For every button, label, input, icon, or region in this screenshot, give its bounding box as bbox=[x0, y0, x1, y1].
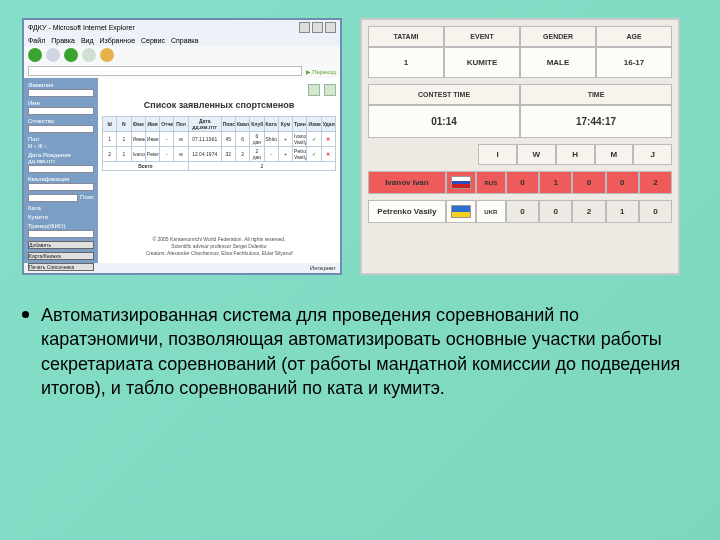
form-sidebar: Фамилия Имя Отчество Пол М ○ Ж ○ Дата Ро… bbox=[24, 78, 98, 263]
belt-input bbox=[28, 194, 78, 202]
athlete-name: Petrenko Vasily bbox=[368, 200, 446, 223]
maximize-icon bbox=[312, 22, 323, 33]
field-label: Тренер(ФИО) bbox=[28, 223, 94, 229]
athlete-name: Ivanov Ivan bbox=[368, 171, 446, 194]
lastname-input bbox=[28, 89, 94, 97]
gender-f: Ж bbox=[38, 143, 43, 149]
delete-icon: ✕ bbox=[321, 147, 335, 162]
edit-icon: ✓ bbox=[307, 147, 321, 162]
field-label: Пояс bbox=[80, 194, 94, 202]
print-page-icon bbox=[324, 84, 336, 96]
delete-icon: ✕ bbox=[321, 132, 335, 147]
card-button: Карта/Книжка bbox=[28, 252, 94, 260]
window-titlebar: ФДКУ - Microsoft Internet Explorer bbox=[24, 20, 340, 35]
fav-icon bbox=[100, 48, 114, 62]
field-label: Ката bbox=[28, 205, 94, 211]
home-icon bbox=[82, 48, 96, 62]
table-row: 21IvanovPeter-м12.04.19743222 дан-+Petro… bbox=[103, 147, 336, 162]
menu-item: Файл bbox=[28, 37, 45, 44]
page-footer: © 2005 Karatenomichi World Federation. A… bbox=[102, 236, 336, 257]
athlete-row-red: Ivanov Ivan RUS 0 1 0 0 2 bbox=[368, 171, 672, 194]
middlename-input bbox=[28, 125, 94, 133]
go-icon: ▶ Переход bbox=[306, 68, 337, 75]
page-content: Список заявленных спортсменов IdNФамИмяО… bbox=[98, 78, 340, 263]
dob-input bbox=[28, 165, 94, 173]
screenshot-browser: ФДКУ - Microsoft Internet Explorer Файл … bbox=[22, 18, 342, 275]
country-code: UKR bbox=[476, 200, 506, 223]
menu-bar: Файл Правка Вид Избранное Сервис Справка bbox=[24, 35, 340, 46]
screenshot-row: ФДКУ - Microsoft Internet Explorer Файл … bbox=[22, 18, 698, 275]
back-icon bbox=[28, 48, 42, 62]
bullet-icon bbox=[22, 311, 29, 318]
toolbar bbox=[24, 46, 340, 64]
time-header: CONTEST TIME TIME bbox=[368, 84, 672, 105]
print-button: Печать Списочника bbox=[28, 263, 94, 271]
athlete-row-white: Petrenko Vasily UKR 0 0 2 1 0 bbox=[368, 200, 672, 223]
score-columns: I W H M J bbox=[368, 144, 672, 165]
scoreboard-values: 1 KUMITE MALE 16-17 bbox=[368, 47, 672, 78]
clock-time: 17:44:17 bbox=[520, 105, 672, 138]
menu-item: Правка bbox=[51, 37, 75, 44]
bullet-text: Автоматизированная система для проведени… bbox=[41, 303, 698, 400]
table-header-row: IdNФамИмяОтчесПолДата дд.мм.ггггПоясКвал… bbox=[103, 117, 336, 132]
slide: ФДКУ - Microsoft Internet Explorer Файл … bbox=[0, 0, 720, 540]
add-button: Добавить bbox=[28, 241, 94, 249]
field-label: Фамилия bbox=[28, 82, 94, 88]
field-label: Квалификация bbox=[28, 176, 94, 182]
refresh-icon bbox=[64, 48, 78, 62]
scoreboard-header: TATAMI EVENT GENDER AGE bbox=[368, 26, 672, 47]
time-values: 01:14 17:44:17 bbox=[368, 105, 672, 138]
close-icon bbox=[325, 22, 336, 33]
table-row: 11ИвановИван-м07.11.19614566 данShito+Iv… bbox=[103, 132, 336, 147]
flag-rus-icon bbox=[446, 171, 476, 194]
field-label: Дата Рождения дд.мм.гггг bbox=[28, 152, 94, 164]
menu-item: Сервис bbox=[141, 37, 165, 44]
contest-time: 01:14 bbox=[368, 105, 520, 138]
field-label: Отчество bbox=[28, 118, 94, 124]
bullet-item: Автоматизированная система для проведени… bbox=[22, 303, 698, 400]
address-input bbox=[28, 66, 302, 76]
coach-input bbox=[28, 230, 94, 238]
athletes-table: IdNФамИмяОтчесПолДата дд.мм.ггггПоясКвал… bbox=[102, 116, 336, 171]
menu-item: Вид bbox=[81, 37, 94, 44]
window-title: ФДКУ - Microsoft Internet Explorer bbox=[28, 24, 135, 31]
firstname-input bbox=[28, 107, 94, 115]
menu-item: Справка bbox=[171, 37, 198, 44]
forward-icon bbox=[46, 48, 60, 62]
menu-item: Избранное bbox=[100, 37, 135, 44]
address-bar: ▶ Переход bbox=[24, 64, 340, 78]
status-text: Интернет bbox=[310, 265, 336, 271]
gender-m: М bbox=[28, 143, 32, 149]
field-label: Пол bbox=[28, 136, 94, 142]
screenshot-scoreboard: TATAMI EVENT GENDER AGE 1 KUMITE MALE 16… bbox=[360, 18, 680, 275]
field-label: Кумитэ bbox=[28, 214, 94, 220]
edit-icon: ✓ bbox=[307, 132, 321, 147]
refresh-page-icon bbox=[308, 84, 320, 96]
field-label: Имя bbox=[28, 100, 94, 106]
window-buttons bbox=[299, 22, 336, 33]
minimize-icon bbox=[299, 22, 310, 33]
flag-ukr-icon bbox=[446, 200, 476, 223]
page-title: Список заявленных спортсменов bbox=[102, 100, 336, 110]
table-total-row: Всего2 bbox=[103, 162, 336, 171]
qual-input bbox=[28, 183, 94, 191]
country-code: RUS bbox=[476, 171, 506, 194]
